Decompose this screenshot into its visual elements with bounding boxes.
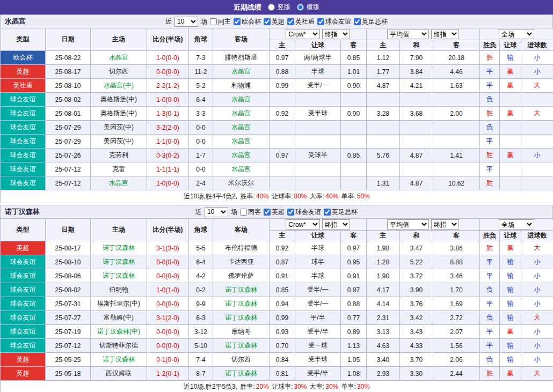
home-team-link[interactable]: 诺丁汉森林 (91, 269, 147, 283)
away-team-link[interactable]: 水晶宫 (213, 93, 270, 107)
home-team-link[interactable]: 克劳利 (91, 149, 147, 162)
match-date: 25-07-31 (46, 297, 91, 311)
away-team-link[interactable]: 摩纳哥 (213, 325, 270, 339)
same-venue-checkbox[interactable] (240, 209, 247, 216)
match-type-badge: 球会友谊 (1, 325, 46, 339)
average-select[interactable]: 平均值 (387, 29, 429, 39)
scope-select[interactable]: 全场 (499, 29, 534, 39)
home-team-link[interactable]: 奥格斯堡(中) (91, 107, 147, 121)
home-team-link[interactable]: 埃斯托里尔(中) (91, 297, 147, 311)
league-filter-checkbox[interactable] (287, 209, 294, 216)
league-filter-label: 英超 (272, 208, 285, 217)
home-team-link[interactable]: 美因茨(中) (91, 121, 147, 135)
layout-option-vertical[interactable]: 竖版 (268, 3, 290, 12)
home-team-link[interactable]: 富勒姆(中) (91, 311, 147, 325)
away-team-link[interactable]: 水晶宫 (213, 135, 270, 149)
home-team-link[interactable]: 切尔西 (91, 65, 147, 79)
home-team-link[interactable]: 水晶宫(中) (91, 79, 147, 93)
league-filter-option[interactable]: 英社盾 (287, 17, 315, 26)
avg-final-select[interactable]: 终指 (431, 29, 459, 39)
odds-final-select[interactable]: 终指 (322, 29, 350, 39)
match-score: 3-2(2-0) (147, 121, 189, 135)
result-goals: 小 (521, 51, 553, 65)
games-label: 场 (201, 17, 207, 26)
away-team-link[interactable]: 利物浦 (213, 79, 270, 93)
avg-final-select[interactable]: 终指 (431, 219, 459, 230)
league-filter-option[interactable]: 英超 (264, 208, 285, 217)
home-team-link[interactable]: 诺丁汉森林(中) (91, 325, 147, 339)
home-team-link[interactable]: 水晶宫 (91, 176, 147, 190)
league-filter-option[interactable]: 英超 (264, 17, 285, 26)
away-team-link[interactable]: 诺丁汉森林 (213, 311, 270, 325)
away-team-link[interactable]: 诺丁汉森林 (213, 297, 270, 311)
result-handicap: 输 (500, 353, 521, 367)
away-team-link[interactable]: 腓特烈斯塔 (213, 51, 270, 65)
away-team-link[interactable]: 诺丁汉森林 (213, 339, 270, 353)
away-team-link[interactable]: 水晶宫 (213, 121, 270, 135)
vertical-layout-radio[interactable] (268, 4, 275, 11)
away-team-link[interactable]: 切尔西 (213, 353, 270, 367)
away-team-link[interactable]: 布伦特福德 (213, 241, 270, 255)
home-team-link[interactable]: 切斯特菲尔德 (91, 339, 147, 353)
home-team-link[interactable]: 诺丁汉森林 (91, 241, 147, 255)
home-team-link[interactable]: 水晶宫 (91, 51, 147, 65)
league-filter-checkbox[interactable] (234, 18, 241, 25)
col-handicap-result: 让球 (500, 40, 521, 51)
odds-home: 0.94 (270, 297, 295, 311)
same-venue-option[interactable]: 同客 (240, 208, 261, 217)
league-filter-option[interactable]: 欧会杯 (234, 17, 261, 26)
away-team-link[interactable]: 米尔沃尔 (213, 176, 270, 190)
league-filter-checkbox[interactable] (264, 18, 271, 25)
avg-odds-home: 2.31 (367, 311, 400, 325)
home-team-link[interactable]: 伯明翰 (91, 283, 147, 297)
layout-option-horizontal[interactable]: 横版 (297, 3, 319, 12)
bookmaker-select[interactable]: Crow* (286, 219, 320, 230)
recent-count-select[interactable]: 10 (174, 17, 198, 27)
page-title: 近期战绩 (234, 3, 261, 12)
scope-select[interactable]: 全场 (499, 219, 534, 230)
league-filter-checkbox[interactable] (324, 209, 331, 216)
match-type-badge: 球会友谊 (1, 135, 46, 149)
home-team-link[interactable]: 诺丁汉森林 (91, 353, 147, 367)
handicap-odds-header: Crow* 终指 (270, 219, 367, 231)
away-team-link[interactable]: 水晶宫 (213, 107, 270, 121)
away-team-link[interactable]: 卡达西亚 (213, 255, 270, 269)
match-type-badge: 英超 (1, 353, 46, 367)
away-team-link[interactable]: 诺丁汉森林 (213, 367, 270, 381)
league-filter-option[interactable]: 球会友谊 (317, 17, 351, 26)
home-team-link[interactable]: 西汉姆联 (91, 367, 147, 381)
league-filter-checkbox[interactable] (287, 18, 294, 25)
corner-count: 5-5 (189, 241, 213, 255)
away-team-link[interactable]: 水晶宫 (213, 65, 270, 79)
league-filter-option[interactable]: 球会友谊 (287, 208, 321, 217)
away-team-link[interactable]: 水晶宫 (213, 149, 270, 162)
league-filter-checkbox[interactable] (317, 18, 324, 25)
league-filter-checkbox[interactable] (264, 209, 271, 216)
horizontal-layout-radio[interactable] (297, 4, 304, 11)
same-venue-checkbox[interactable] (210, 18, 217, 25)
match-row: 球会友谊25-07-12切斯特菲尔德0-0(0-0)5-10诺丁汉森林0.70受… (1, 339, 553, 353)
home-team-link[interactable]: 克雷 (91, 162, 147, 176)
home-team-link[interactable]: 奥格斯堡(中) (91, 93, 147, 107)
away-team-link[interactable]: 诺丁汉森林 (213, 283, 270, 297)
same-venue-option[interactable]: 同主 (210, 17, 231, 26)
away-team-link[interactable]: 佛罗伦萨 (213, 269, 270, 283)
match-date: 25-05-25 (46, 353, 91, 367)
result-winlose: 平 (480, 269, 500, 283)
away-team-link[interactable]: 水晶宫 (213, 162, 270, 176)
recent-count-select[interactable]: 10 (205, 207, 228, 217)
league-filter-checkbox[interactable] (354, 18, 361, 25)
home-team-link[interactable]: 诺丁汉森林 (91, 255, 147, 269)
bookmaker-select[interactable]: Crow* (286, 29, 320, 39)
handicap-line (295, 121, 341, 135)
average-select[interactable]: 平均值 (387, 219, 429, 230)
home-team-link[interactable]: 美因茨(中) (91, 135, 147, 149)
odds-final-select[interactable]: 终指 (322, 219, 350, 230)
avg-odds-away (433, 93, 480, 107)
match-type-badge: 球会友谊 (1, 283, 46, 297)
summary-record: 近10场,胜4平4负2, (184, 193, 237, 200)
league-filter-option[interactable]: 英足总杯 (354, 17, 388, 26)
match-type-badge: 英超 (1, 367, 46, 381)
odds-home (270, 121, 295, 135)
league-filter-option[interactable]: 英足总杯 (324, 208, 358, 217)
